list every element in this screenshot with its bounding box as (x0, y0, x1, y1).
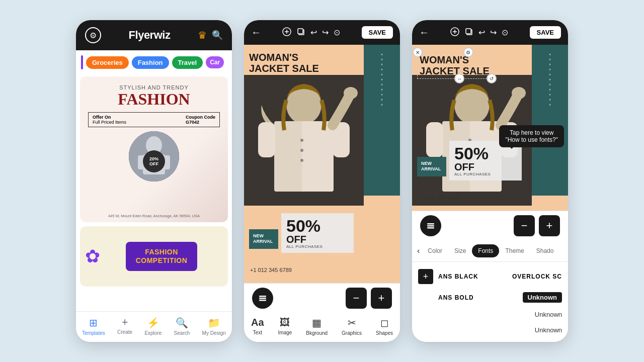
font-tooltip[interactable]: Tap here to view "How to use fonts?" (499, 125, 564, 147)
add-font-btn[interactable]: + (418, 269, 433, 284)
search-icon[interactable]: 🔍 (212, 30, 223, 41)
more-icon[interactable]: ⊙ (334, 28, 340, 37)
tool-bg-label: Bkground (306, 330, 328, 336)
rotate-handle[interactable]: ↺ (487, 73, 497, 83)
tool-shapes[interactable]: ◻ Shapes (376, 317, 393, 336)
phone-number-3: +1 012 345 6789 (418, 195, 460, 201)
tool-shapes-label: Shapes (376, 330, 393, 336)
background-icon: ▦ (312, 317, 321, 329)
category-car[interactable]: Car (206, 56, 224, 68)
more-icon-3[interactable]: ⊙ (502, 28, 508, 37)
svg-rect-11 (274, 121, 302, 192)
font-row-1: + ANS BLACK OVERLOCK SC (412, 265, 568, 288)
font-unknown-3[interactable]: Unknown (418, 326, 562, 334)
phone-number: +1 012 345 6789 (250, 267, 292, 273)
svg-point-14 (300, 149, 303, 152)
save-button-3[interactable]: SAVE (530, 26, 561, 39)
tab-theme[interactable]: Theme (499, 244, 530, 257)
template-competition[interactable]: ✿ FASHION COMPETITION (80, 226, 228, 287)
font-panel: ‹ Color Size Fonts Theme Shado + ANS BLA… (412, 240, 568, 342)
discount-percent-3: 50% (454, 145, 517, 162)
tool-image-label: Image (278, 330, 292, 335)
font-list: + ANS BLACK OVERLOCK SC ANS BOLD Unknown… (412, 262, 568, 341)
font-ans-bold[interactable]: ANS BOLD (418, 294, 474, 301)
tab-size[interactable]: Size (448, 244, 472, 257)
tab-fonts[interactable]: Fonts (472, 244, 499, 257)
template-fashion[interactable]: STYLISH AND TRENDY FASHION Offer On Full… (80, 76, 228, 222)
settings-handle[interactable]: ⚙ (463, 47, 473, 57)
app-title: Flyerwiz (129, 29, 171, 42)
font-unknown-2[interactable]: Unknown (418, 311, 562, 318)
svg-point-18 (344, 87, 358, 99)
arrow-dots: ▾▾▾ ▾▾▾ ▾▾▾ ▾▾ (381, 50, 383, 110)
undo-icon-3[interactable]: ↩ (478, 28, 485, 37)
save-button-2[interactable]: SAVE (362, 26, 393, 39)
nav-mydesign-label: My Design (202, 330, 226, 336)
undo-icon[interactable]: ↩ (310, 28, 317, 37)
category-fashion[interactable]: Fashion (132, 56, 169, 69)
font-tabs-back[interactable]: ‹ (417, 246, 420, 255)
tab-shadow[interactable]: Shado (530, 244, 560, 257)
layers-icon[interactable] (282, 27, 291, 38)
font-ans-black[interactable]: ANS BLACK (438, 273, 478, 280)
nav-create[interactable]: + Create (117, 317, 132, 336)
back-button-2[interactable]: ← (251, 27, 261, 38)
category-travel[interactable]: Travel (172, 56, 203, 69)
nav-explore[interactable]: ⚡ Explore (144, 317, 162, 336)
zoom-out-btn[interactable]: − (346, 288, 367, 309)
discount-off-3: OFF (454, 162, 517, 172)
discount-percent: 50% (286, 217, 349, 234)
close-handle[interactable]: ✕ (413, 47, 423, 57)
nav-mydesign[interactable]: 📁 My Design (202, 317, 226, 336)
template-offer: Offer On Full Priced Items Coupon Code G… (88, 112, 220, 127)
tool-background[interactable]: ▦ Bkground (306, 317, 328, 336)
flower-icon: ✿ (85, 246, 100, 267)
category-groceries[interactable]: Groceries (86, 56, 129, 69)
layers-action-btn[interactable] (252, 288, 273, 309)
offer-value: Full Priced Items (93, 120, 126, 125)
mydesign-icon: 📁 (208, 317, 220, 329)
zoom-in-btn[interactable]: + (371, 288, 392, 309)
nav-explore-label: Explore (144, 330, 162, 336)
jacket-title-selected[interactable]: ✕ ⚙ ↺ ↔ WOMAN'S JACKET SALE (417, 52, 492, 79)
tool-text[interactable]: Aa Text (251, 317, 264, 336)
nav-search[interactable]: 🔍 Search (174, 317, 190, 336)
redo-icon[interactable]: ↪ (322, 28, 329, 37)
svg-rect-24 (466, 29, 471, 34)
templates-list: STYLISH AND TRENDY FASHION Offer On Full… (76, 73, 232, 311)
zoom-out-btn-3[interactable]: − (514, 215, 535, 236)
categories-bar: Groceries Fashion Travel Car (76, 50, 232, 73)
tool-graphics[interactable]: ✂ Graphics (342, 317, 362, 336)
phone-3: ← ↩ ↪ ⊙ SAVE ▾▾▾ ▾▾▾ ▾▾▾ ▾▾ (412, 20, 568, 342)
settings-icon[interactable]: ⚙ (85, 27, 101, 43)
tab-color[interactable]: Color (422, 244, 448, 257)
editor-canvas-3[interactable]: ▾▾▾ ▾▾▾ ▾▾▾ ▾▾ ✕ ⚙ ↺ ↔ WOMAN'S JACKET SA… (412, 45, 568, 211)
svg-rect-12 (306, 121, 334, 192)
tool-image[interactable]: 🖼 Image (278, 317, 292, 336)
font-overlock-sc[interactable]: OVERLOCK SC (512, 273, 562, 280)
font-unknown-1[interactable]: Unknown (523, 292, 562, 303)
arrow-dots-3: ▾▾▾ ▾▾▾ ▾▾▾ ▾▾ (549, 50, 551, 110)
image-icon: 🖼 (280, 317, 290, 328)
badge-off: OFF (149, 161, 158, 166)
jacket-title: WOMAN'S JACKET SALE (249, 52, 319, 74)
editor-canvas-2[interactable]: ▾▾▾ ▾▾▾ ▾▾▾ ▾▾ WOMAN'S JACKET SALE (244, 45, 400, 283)
coupon-label: Coupon Code (186, 115, 215, 120)
redo-icon-3[interactable]: ↪ (490, 28, 497, 37)
zoom-controls-3: − + (514, 215, 560, 236)
layers-action-btn-3[interactable] (420, 215, 441, 236)
discount-badge: 20% OFF (143, 150, 165, 172)
layers-icon-3[interactable] (450, 27, 459, 38)
duplicate-icon-3[interactable] (464, 27, 473, 38)
teal-panel-3: ▾▾▾ ▾▾▾ ▾▾▾ ▾▾ (532, 45, 568, 196)
zoom-in-btn-3[interactable]: + (539, 215, 560, 236)
back-button-3[interactable]: ← (419, 27, 429, 38)
tool-text-label: Text (253, 330, 262, 335)
editor-bottom-2: − + Aa Text 🖼 Image ▦ Bkground ✂ Graphic… (244, 283, 400, 342)
action-bar-3: − + (412, 211, 568, 240)
font-row-4: Unknown (412, 322, 568, 338)
editor-header-2: ← ↩ ↪ ⊙ SAVE (244, 20, 400, 45)
duplicate-icon[interactable] (296, 27, 305, 38)
nav-templates-label: Templates (82, 330, 105, 336)
nav-templates[interactable]: ⊞ Templates (82, 317, 105, 336)
